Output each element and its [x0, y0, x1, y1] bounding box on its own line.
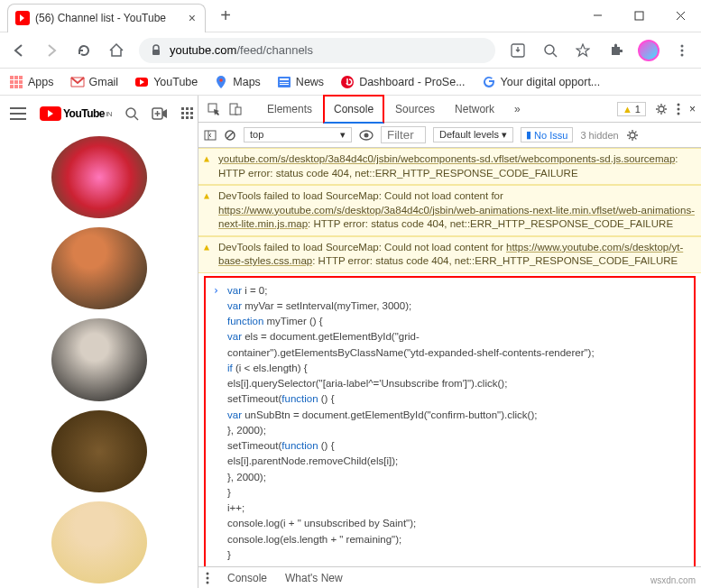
tab-elements[interactable]: Elements — [258, 96, 321, 122]
tab-network[interactable]: Network — [446, 96, 503, 122]
channel-avatar[interactable] — [51, 410, 147, 492]
devtools-close-icon[interactable]: × — [689, 103, 696, 115]
svg-point-48 — [630, 133, 635, 138]
maps-icon — [214, 75, 228, 89]
address-bar[interactable]: youtube.com/feed/channels — [139, 38, 495, 63]
channel-avatar[interactable] — [51, 136, 147, 218]
youtube-search-icon[interactable] — [125, 106, 139, 121]
pinterest-icon — [340, 75, 355, 89]
news-icon — [277, 75, 291, 89]
svg-rect-42 — [205, 131, 216, 140]
new-tab-button[interactable]: + — [213, 4, 238, 29]
svg-rect-1 — [635, 12, 643, 20]
chrome-menu-icon[interactable] — [672, 41, 692, 60]
watermark: wsxdn.com — [650, 575, 696, 585]
console-sidebar-toggle-icon[interactable] — [204, 130, 217, 141]
issues-badge[interactable]: ▲1 — [617, 102, 646, 116]
close-tab-icon[interactable]: × — [189, 11, 196, 25]
devtools-tabs: Elements Console Sources Network » ▲1 × — [198, 96, 701, 123]
console-warning: DevTools failed to load SourceMap: Could… — [198, 185, 701, 236]
settings-icon[interactable] — [655, 103, 668, 115]
clear-console-icon[interactable] — [224, 129, 236, 142]
svg-point-10 — [681, 53, 684, 56]
bookmarks-bar: Apps Gmail YouTube Maps News Dashboard -… — [0, 69, 701, 96]
context-selector[interactable]: top▾ — [244, 127, 352, 142]
svg-rect-29 — [181, 112, 184, 115]
browser-tab[interactable]: (56) Channel list - YouTube × — [7, 4, 206, 32]
extensions-icon[interactable] — [605, 41, 625, 60]
console-warning: DevTools failed to load SourceMap: Could… — [198, 236, 701, 273]
lock-icon — [150, 44, 162, 57]
bookmark-maps[interactable]: Maps — [214, 75, 261, 89]
no-issues-button[interactable]: ▮No Issu — [521, 127, 573, 142]
svg-line-45 — [227, 132, 234, 138]
forward-button[interactable] — [42, 41, 61, 60]
filter-input[interactable] — [381, 126, 426, 143]
bookmark-opportunities[interactable]: Your digital opport... — [482, 75, 601, 89]
channel-avatar[interactable] — [51, 501, 147, 583]
window-titlebar: (56) Channel list - YouTube × + — [0, 0, 701, 32]
bookmark-dashboard[interactable]: Dashboard - ProSe... — [340, 75, 465, 89]
svg-rect-27 — [186, 107, 189, 110]
more-tabs-icon[interactable]: » — [505, 96, 530, 122]
console-output[interactable]: youtube.com/s/desktop/3a84d4c0/jsbin/web… — [198, 148, 701, 566]
svg-line-22 — [134, 116, 138, 120]
youtube-header: YouTubeIN — [0, 96, 198, 132]
svg-point-38 — [659, 106, 664, 112]
youtube-logo[interactable]: YouTubeIN — [40, 106, 112, 121]
channel-list — [0, 132, 198, 588]
svg-point-50 — [207, 576, 209, 579]
svg-rect-15 — [280, 82, 289, 83]
reload-button[interactable] — [74, 41, 94, 60]
browser-toolbar: youtube.com/feed/channels — [0, 32, 701, 69]
levels-selector[interactable]: Default levels ▾ — [433, 127, 513, 142]
live-expression-icon[interactable] — [359, 130, 374, 141]
svg-point-21 — [126, 108, 135, 117]
drawer-tab-whatsnew[interactable]: What's New — [285, 572, 343, 584]
device-icon[interactable] — [226, 99, 245, 119]
profile-avatar-icon[interactable] — [638, 40, 659, 61]
bookmark-gmail[interactable]: Gmail — [70, 75, 119, 89]
svg-rect-31 — [190, 112, 193, 115]
svg-point-41 — [677, 112, 679, 115]
gmail-icon — [70, 75, 85, 89]
google-g-icon — [482, 75, 496, 89]
search-icon[interactable] — [540, 41, 560, 60]
devtools-drawer: Console What's New — [198, 566, 701, 588]
svg-rect-16 — [280, 84, 289, 85]
tab-title: (56) Channel list - YouTube — [35, 12, 166, 24]
back-button[interactable] — [9, 41, 29, 60]
svg-point-39 — [677, 103, 679, 106]
url-path: /feed/channels — [236, 43, 313, 57]
console-warning: youtube.com/s/desktop/3a84d4c0/jsbin/web… — [198, 148, 701, 185]
url-domain: youtube.com — [170, 43, 236, 57]
bookmark-apps[interactable]: Apps — [9, 75, 54, 88]
channel-avatar[interactable] — [51, 227, 147, 309]
inspect-icon[interactable] — [204, 99, 224, 119]
svg-line-7 — [553, 53, 557, 57]
bookmark-star-icon[interactable] — [573, 41, 593, 60]
install-app-icon[interactable] — [508, 41, 528, 60]
bookmark-news[interactable]: News — [277, 75, 324, 89]
minimize-button[interactable] — [576, 0, 618, 32]
hamburger-icon[interactable] — [9, 106, 27, 121]
create-video-icon[interactable] — [152, 107, 168, 120]
youtube-play-icon — [40, 106, 61, 121]
svg-rect-4 — [152, 50, 160, 55]
svg-point-51 — [207, 581, 209, 583]
drawer-menu-icon[interactable] — [206, 572, 209, 584]
drawer-tab-console[interactable]: Console — [227, 572, 267, 584]
tab-console[interactable]: Console — [323, 95, 384, 124]
bookmark-youtube[interactable]: YouTube — [134, 75, 198, 89]
svg-rect-26 — [181, 107, 184, 110]
channel-avatar[interactable] — [51, 318, 147, 400]
close-window-button[interactable] — [659, 0, 701, 32]
maximize-button[interactable] — [618, 0, 659, 32]
tab-sources[interactable]: Sources — [386, 96, 444, 122]
apps-grid-icon[interactable] — [180, 106, 195, 121]
home-button[interactable] — [106, 41, 126, 60]
console-settings-icon[interactable] — [626, 129, 639, 142]
apps-icon — [9, 75, 23, 88]
devtools-menu-icon[interactable] — [677, 103, 680, 115]
svg-rect-37 — [235, 107, 241, 115]
